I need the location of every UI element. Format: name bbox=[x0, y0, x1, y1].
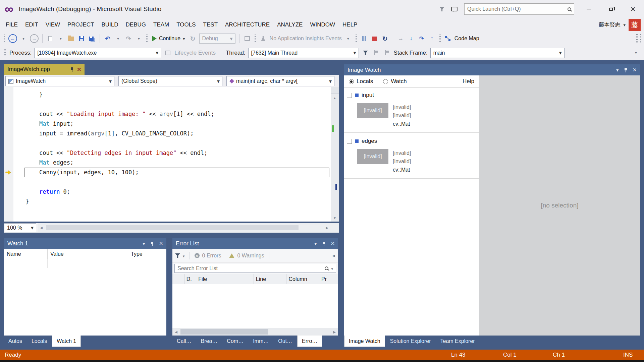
scrollbar-thumb[interactable] bbox=[180, 329, 268, 335]
filter-dropdown-icon[interactable] bbox=[183, 253, 185, 259]
step-out-button[interactable] bbox=[428, 34, 436, 43]
navigate-back-button[interactable] bbox=[8, 34, 17, 43]
toolbar-grip[interactable] bbox=[356, 35, 357, 43]
search-dropdown-icon[interactable] bbox=[331, 265, 333, 272]
error-column-file[interactable]: File bbox=[196, 274, 254, 284]
document-tab[interactable]: ImageWatch.cpp bbox=[4, 64, 85, 75]
watch-panel-header[interactable]: Watch 1 bbox=[4, 238, 166, 249]
panel-tab-team-explorer[interactable]: Team Explorer bbox=[436, 336, 479, 347]
code-line[interactable] bbox=[13, 177, 331, 187]
user-area[interactable]: 藤本賢志 藤 bbox=[599, 19, 644, 31]
close-icon[interactable] bbox=[159, 240, 163, 247]
code-line[interactable]: Mat edges; bbox=[13, 158, 331, 168]
filter-threads-button[interactable] bbox=[362, 49, 370, 57]
error-tab-imm[interactable]: Imm… bbox=[249, 336, 273, 347]
restore-button[interactable] bbox=[603, 3, 619, 15]
error-column-column[interactable]: Column bbox=[286, 274, 319, 284]
error-tab-brea[interactable]: Brea… bbox=[197, 336, 222, 347]
stop-debugging-button[interactable] bbox=[371, 34, 379, 43]
error-column-d[interactable]: D. bbox=[184, 274, 197, 284]
scroll-left-icon[interactable]: ◀ bbox=[172, 330, 180, 334]
solution-configurations-combo[interactable]: Debug bbox=[199, 34, 235, 44]
thread-combo[interactable]: [7632] Main Thread bbox=[248, 48, 359, 58]
scroll-right-icon[interactable] bbox=[323, 223, 331, 232]
watch-column-name[interactable]: Name bbox=[4, 249, 48, 259]
panel-tab-image-watch[interactable]: Image Watch bbox=[344, 336, 385, 347]
watch-tab-autos[interactable]: Autos bbox=[4, 336, 26, 347]
show-next-statement-button[interactable] bbox=[397, 34, 405, 43]
code-line-current[interactable]: Canny(input, edges, 10, 100); bbox=[24, 168, 329, 177]
new-file-dropdown-icon[interactable] bbox=[57, 34, 65, 43]
toolbar-grip[interactable] bbox=[4, 49, 6, 57]
error-column-blank[interactable] bbox=[172, 274, 184, 284]
toolbar-grip[interactable] bbox=[439, 35, 441, 43]
quick-launch-input[interactable] bbox=[467, 6, 568, 12]
menu-view[interactable]: VIEW bbox=[42, 21, 64, 28]
warnings-count-label[interactable]: 0 Warnings bbox=[237, 253, 264, 259]
watch-radio[interactable] bbox=[383, 79, 388, 84]
process-combo[interactable]: [10304] ImageWatch.exe bbox=[34, 48, 161, 58]
vertical-scrollbar[interactable] bbox=[331, 87, 339, 222]
scroll-down-icon[interactable] bbox=[331, 214, 339, 222]
menu-test[interactable]: TEST bbox=[200, 21, 221, 28]
locals-radio[interactable] bbox=[349, 79, 354, 84]
open-file-button[interactable] bbox=[67, 34, 75, 43]
toolbar-overflow-icon[interactable] bbox=[632, 49, 640, 57]
toolbar-grip[interactable] bbox=[146, 35, 148, 43]
step-into-button[interactable] bbox=[407, 34, 415, 43]
locals-radio-label[interactable]: Locals bbox=[357, 78, 373, 85]
toolbar-grip[interactable] bbox=[255, 35, 256, 43]
variable-name[interactable]: input bbox=[362, 92, 374, 99]
code-line[interactable]: } bbox=[13, 90, 331, 100]
avatar[interactable]: 藤 bbox=[629, 19, 641, 31]
pin-icon[interactable] bbox=[322, 241, 326, 246]
scroll-up-icon[interactable] bbox=[331, 94, 339, 102]
pin-icon[interactable] bbox=[624, 68, 628, 72]
collapse-toggle-icon[interactable] bbox=[347, 93, 352, 98]
lifecycle-events-button[interactable] bbox=[164, 49, 172, 57]
watch-empty-cell[interactable] bbox=[4, 259, 48, 268]
code-line[interactable]: cout << "Detecting edges in input image"… bbox=[13, 148, 331, 158]
redo-dropdown-icon[interactable] bbox=[135, 34, 143, 43]
collapse-toggle-icon[interactable] bbox=[347, 139, 352, 144]
menu-file[interactable]: FILE bbox=[2, 21, 21, 28]
application-insights-dropdown-icon[interactable] bbox=[344, 34, 352, 43]
splitter-handle[interactable] bbox=[331, 87, 339, 94]
code-editor[interactable]: } cout << "Loading input image: " << arg… bbox=[4, 87, 339, 222]
error-tab-call[interactable]: Call… bbox=[172, 336, 196, 347]
menu-help[interactable]: HELP bbox=[339, 21, 361, 28]
editor-gutter[interactable] bbox=[4, 87, 13, 222]
code-line[interactable]: input = imread(argv[1], CV_LOAD_IMAGE_CO… bbox=[13, 129, 331, 138]
pin-icon[interactable] bbox=[150, 241, 154, 246]
error-search-input[interactable] bbox=[177, 265, 322, 272]
break-all-button[interactable] bbox=[360, 34, 368, 43]
window-position-icon[interactable] bbox=[616, 67, 619, 73]
show-flagged-only-button[interactable] bbox=[383, 49, 391, 57]
error-column-line[interactable]: Line bbox=[254, 274, 287, 284]
panel-tab-solution-explorer[interactable]: Solution Explorer bbox=[386, 336, 435, 347]
watch-empty-cell[interactable] bbox=[48, 259, 128, 268]
errors-count-label[interactable]: 0 Errors bbox=[202, 253, 221, 259]
zoom-combo[interactable]: 100 % bbox=[4, 223, 36, 232]
minimize-button[interactable] bbox=[581, 3, 596, 15]
function-combo[interactable]: main(int argc, char * argv[ bbox=[226, 76, 334, 86]
menu-build[interactable]: BUILD bbox=[98, 21, 122, 28]
scrollbar-thumb[interactable] bbox=[46, 225, 299, 230]
menu-tools[interactable]: TOOLS bbox=[173, 21, 199, 28]
watch-tab-locals[interactable]: Locals bbox=[27, 336, 51, 347]
horizontal-scrollbar[interactable]: ◀ ▶ bbox=[172, 328, 338, 336]
save-button[interactable] bbox=[77, 34, 86, 43]
watch-column-value[interactable]: Value bbox=[48, 249, 128, 259]
attach-process-button[interactable] bbox=[243, 34, 251, 43]
image-thumbnail[interactable]: [invalid] bbox=[357, 103, 388, 118]
code-line[interactable] bbox=[13, 138, 331, 148]
scroll-left-icon[interactable] bbox=[38, 223, 45, 232]
scroll-right-icon[interactable]: ▶ bbox=[331, 330, 338, 334]
menu-analyze[interactable]: ANALYZE bbox=[273, 21, 306, 28]
image-thumbnail[interactable]: [invalid] bbox=[357, 149, 388, 164]
toolbar-overflow[interactable] bbox=[636, 34, 641, 43]
navigate-dropdown-icon[interactable] bbox=[19, 34, 28, 43]
toolbar-grip[interactable] bbox=[4, 35, 5, 43]
menu-architecture[interactable]: ARCHITECTURE bbox=[221, 21, 273, 28]
watch-tab-watch-1[interactable]: Watch 1 bbox=[52, 336, 81, 347]
